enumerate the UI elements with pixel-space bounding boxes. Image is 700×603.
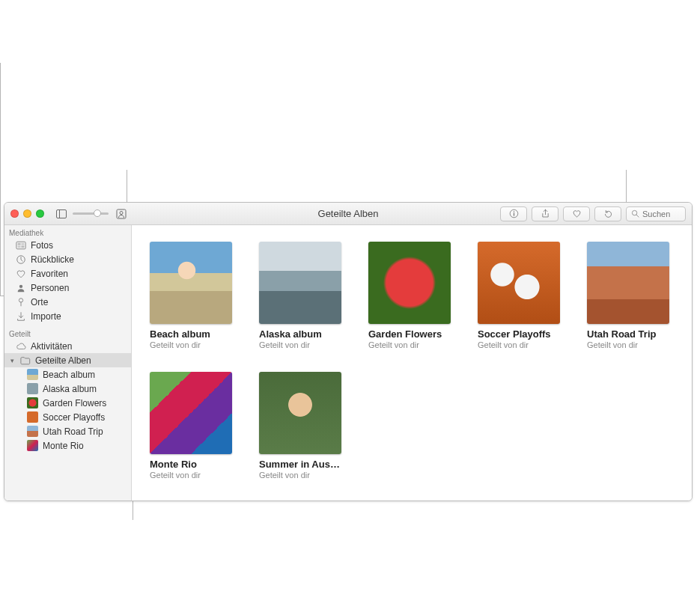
sidebar-section-library: Mediathek [4, 227, 131, 238]
album-subtitle: Geteilt von dir [259, 471, 341, 480]
sidebar-album-item[interactable]: Soccer Playoffs [4, 410, 131, 424]
album-subtitle: Geteilt von dir [587, 340, 669, 349]
album-title: Garden Flowers [368, 328, 451, 340]
sidebar-item-label: Personen [31, 283, 69, 293]
album-title: Summer in Aust… [259, 459, 341, 470]
sidebar-item-label: Fotos [31, 240, 53, 251]
album-title: Alaska album [259, 328, 341, 340]
sidebar-item-label: Monte Rio [43, 441, 84, 451]
photos-icon [15, 239, 26, 251]
search-icon [631, 207, 639, 221]
album-card[interactable]: Utah Road TripGeteilt von dir [587, 242, 669, 349]
info-button[interactable] [500, 206, 527, 221]
memories-icon [15, 254, 26, 265]
view-mode-icon[interactable] [115, 209, 128, 219]
sidebar-item-label: Orte [31, 297, 48, 307]
import-icon [15, 310, 26, 322]
album-card[interactable]: Beach albumGeteilt von dir [150, 242, 232, 349]
svg-rect-12 [17, 245, 20, 248]
pin-icon [15, 296, 26, 307]
album-thumbnail [150, 372, 232, 454]
sidebar-item-label: Soccer Playoffs [43, 412, 105, 423]
album-subtitle: Geteilt von dir [368, 340, 451, 349]
svg-rect-10 [17, 242, 20, 245]
svg-rect-6 [513, 213, 514, 216]
album-thumb-icon [27, 411, 38, 423]
album-subtitle: Geteilt von dir [150, 471, 232, 480]
svg-point-7 [632, 210, 636, 215]
album-title: Monte Rio [150, 459, 232, 470]
sidebar-item[interactable]: Fotos [4, 238, 131, 252]
album-thumbnail [259, 242, 341, 324]
sidebar-item[interactable]: Orte [4, 295, 131, 309]
sidebar-album-item[interactable]: Monte Rio [4, 438, 131, 453]
content-area: Beach albumGeteilt von dirAlaska albumGe… [132, 225, 692, 501]
album-thumbnail [150, 242, 232, 324]
album-thumbnail [368, 242, 451, 324]
close-button[interactable] [10, 209, 19, 218]
sidebar-item-label: Rückblicke [31, 254, 74, 265]
folder-icon [19, 355, 31, 366]
person-icon [15, 282, 26, 293]
svg-rect-0 [57, 209, 67, 218]
album-title: Beach album [150, 328, 232, 340]
album-thumbnail [259, 372, 341, 454]
sidebar-section-shared: Geteilt [4, 328, 131, 339]
sidebar-item-label: Importe [31, 311, 61, 322]
album-thumbnail [478, 242, 560, 324]
app-window: Geteilte Alben Mediathek [4, 202, 693, 501]
sidebar-item[interactable]: Aktivitäten [4, 339, 131, 353]
zoom-button[interactable] [36, 209, 44, 218]
album-title: Soccer Playoffs [478, 328, 560, 340]
sidebar-album-item[interactable]: Alaska album [4, 382, 131, 396]
sidebar-album-item[interactable]: Utah Road Trip [4, 424, 131, 438]
sidebar-album-item[interactable]: Garden Flowers [4, 396, 131, 410]
sidebar-item[interactable]: Personen [4, 281, 131, 295]
sidebar-item-label: Favoriten [31, 269, 68, 279]
svg-rect-13 [21, 245, 24, 248]
favorite-button[interactable] [563, 206, 590, 221]
album-thumb-icon [27, 383, 38, 394]
album-card[interactable]: Monte RioGeteilt von dir [150, 372, 232, 480]
album-card[interactable]: Soccer PlayoffsGeteilt von dir [478, 242, 560, 349]
sidebar-album-item[interactable]: Beach album [4, 367, 131, 382]
sidebar-item-shared-albums[interactable]: ▾ Geteilte Alben [4, 353, 131, 367]
album-thumb-icon [27, 440, 38, 451]
window-controls [10, 209, 44, 218]
sidebar-item[interactable]: Importe [4, 309, 131, 323]
svg-rect-11 [21, 242, 24, 245]
album-subtitle: Geteilt von dir [259, 340, 341, 349]
search-field[interactable] [626, 206, 686, 221]
thumbnail-size-slider[interactable] [73, 212, 109, 215]
callout-line [0, 63, 1, 296]
album-card[interactable]: Alaska albumGeteilt von dir [259, 242, 341, 349]
album-card[interactable]: Garden FlowersGeteilt von dir [368, 242, 451, 349]
search-input[interactable] [642, 209, 680, 218]
svg-point-5 [513, 211, 514, 212]
chevron-down-icon[interactable]: ▾ [9, 357, 15, 364]
album-thumbnail [587, 242, 669, 324]
sidebar-item[interactable]: Favoriten [4, 266, 131, 281]
svg-point-15 [19, 284, 22, 287]
svg-point-3 [120, 211, 123, 214]
sidebar-item-label: Beach album [43, 370, 95, 380]
album-title: Utah Road Trip [587, 328, 669, 340]
svg-rect-9 [16, 242, 25, 249]
heart-icon [15, 268, 26, 279]
album-subtitle: Geteilt von dir [478, 340, 560, 349]
minimize-button[interactable] [23, 209, 31, 218]
album-thumb-icon [27, 369, 38, 380]
sidebar-item-label: Utah Road Trip [43, 426, 103, 437]
sidebar-item-label: Alaska album [43, 384, 97, 394]
sidebar-item-label: Garden Flowers [43, 398, 106, 408]
sidebar: Mediathek FotosRückblickeFavoritenPerson… [4, 225, 132, 501]
sidebar-item-label: Aktivitäten [31, 341, 72, 352]
sidebar-item[interactable]: Rückblicke [4, 252, 131, 266]
sidebar-toggle-icon[interactable] [56, 209, 67, 219]
rotate-button[interactable] [594, 206, 621, 221]
album-grid: Beach albumGeteilt von dirAlaska albumGe… [150, 242, 684, 480]
album-card[interactable]: Summer in Aust…Geteilt von dir [259, 372, 341, 480]
svg-point-16 [19, 298, 22, 302]
album-thumb-icon [27, 397, 38, 408]
share-button[interactable] [532, 206, 559, 221]
